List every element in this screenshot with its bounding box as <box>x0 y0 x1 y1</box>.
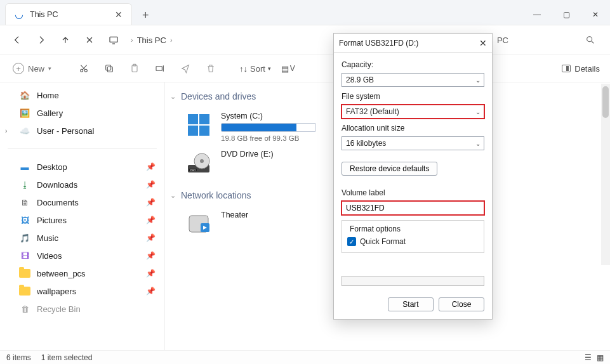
window-controls: — ▢ ✕ <box>522 4 610 25</box>
forward-button[interactable] <box>30 29 52 51</box>
desktop-icon: ▬ <box>19 161 30 172</box>
allocation-select[interactable]: 16 kilobytes ⌄ <box>341 136 484 150</box>
volume-label-input[interactable] <box>341 201 484 215</box>
sidebar-item-home[interactable]: 🏠 Home <box>0 86 164 104</box>
sidebar-label: Pictures <box>37 216 67 225</box>
grid-icon: ▤ <box>281 64 289 74</box>
details-icon <box>562 65 571 72</box>
allocation-value: 16 kilobytes <box>346 139 386 148</box>
onedrive-icon: ☁️ <box>19 125 30 136</box>
view-list-icon[interactable]: ☰ <box>585 353 592 362</box>
filesystem-select[interactable]: FAT32 (Default) ⌄ <box>341 105 484 119</box>
sidebar-item-music[interactable]: 🎵 Music 📌 <box>0 229 164 247</box>
quick-format-label: Quick Format <box>360 237 406 246</box>
close-button[interactable]: Close <box>439 297 484 311</box>
sidebar-item-between[interactable]: between_pcs 📌 <box>0 264 164 282</box>
sidebar-item-downloads[interactable]: ⭳ Downloads 📌 <box>0 176 164 193</box>
cancel-nav-button[interactable] <box>79 29 100 51</box>
search-icon[interactable] <box>581 30 600 49</box>
spinner-icon: ◡ <box>15 8 23 20</box>
group-label: Devices and drives <box>181 91 256 101</box>
restore-defaults-button[interactable]: Restore device defaults <box>341 162 437 176</box>
sidebar-label: Desktop <box>37 162 67 172</box>
format-dialog: Format USB321FD (D:) ✕ Capacity: 28.9 GB… <box>333 33 493 320</box>
format-options-group: Format options ✓ Quick Format <box>341 220 484 253</box>
svg-rect-4 <box>107 67 112 72</box>
chevron-down-icon: ⌄ <box>170 93 176 101</box>
details-label: Details <box>574 64 600 74</box>
group-label: Network locations <box>181 190 251 200</box>
close-window-button[interactable]: ✕ <box>581 4 610 25</box>
sidebar-item-recycle[interactable]: 🗑 Recycle Bin <box>0 300 164 318</box>
pin-icon: 📌 <box>146 162 156 171</box>
sidebar: 🏠 Home 🖼️ Gallery › ☁️ User - Personal ▬… <box>0 82 165 350</box>
maximize-button[interactable]: ▢ <box>552 4 581 25</box>
format-options-legend: Format options <box>347 224 403 233</box>
network-label: Theater <box>221 211 248 219</box>
sidebar-label: Recycle Bin <box>37 304 81 314</box>
back-button[interactable] <box>6 29 28 51</box>
quick-format-checkbox[interactable]: ✓ Quick Format <box>347 237 479 246</box>
disk-icon <box>185 112 212 138</box>
sidebar-label: Music <box>37 233 58 243</box>
delete-button[interactable] <box>200 58 222 79</box>
media-device-icon <box>185 211 212 237</box>
music-icon: 🎵 <box>19 232 30 244</box>
sidebar-item-user[interactable]: › ☁️ User - Personal <box>0 122 164 140</box>
drive-label: DVD Drive (E:) <box>221 150 274 159</box>
sidebar-item-documents[interactable]: 🗎 Documents 📌 <box>0 193 164 211</box>
sidebar-item-desktop[interactable]: ▬ Desktop 📌 <box>0 158 164 176</box>
pin-icon: 📌 <box>146 269 156 278</box>
sidebar-label: Downloads <box>37 180 77 190</box>
chevron-right-icon: › <box>131 36 133 44</box>
paste-button[interactable] <box>124 58 145 79</box>
chevron-right-icon[interactable]: › <box>5 127 7 134</box>
pin-icon: 📌 <box>146 287 156 296</box>
sidebar-label: User - Personal <box>37 126 94 136</box>
checkbox-icon: ✓ <box>347 237 356 246</box>
share-button[interactable] <box>175 58 196 79</box>
toolbar: + New ▾ ↑↓ Sort ▾ ▤ V Details <box>0 55 610 82</box>
dialog-titlebar[interactable]: Format USB321FD (D:) ✕ <box>334 34 492 53</box>
view-button[interactable]: ▤ V <box>279 58 298 79</box>
cut-button[interactable] <box>73 58 95 79</box>
close-icon[interactable]: ✕ <box>479 38 487 48</box>
content-scrollbar[interactable] <box>601 84 610 265</box>
monitor-icon[interactable] <box>103 29 124 51</box>
sidebar-item-wallpapers[interactable]: wallpapers 📌 <box>0 282 164 300</box>
details-pane-button[interactable]: Details <box>562 64 600 74</box>
new-tab-button[interactable]: + <box>137 6 154 25</box>
status-items: 6 items <box>6 353 31 362</box>
minimize-button[interactable]: — <box>522 4 552 25</box>
chevron-down-icon: ⌄ <box>475 108 481 115</box>
breadcrumb[interactable]: › This PC › <box>131 36 173 45</box>
chevron-down-icon: ▾ <box>268 65 271 72</box>
sidebar-item-pictures[interactable]: 🖼 Pictures 📌 <box>0 211 164 229</box>
svg-point-1 <box>587 37 592 42</box>
drive-label: System (C:) <box>221 112 316 120</box>
up-button[interactable] <box>55 29 76 51</box>
pin-icon: 📌 <box>146 233 156 242</box>
capacity-select[interactable]: 28.9 GB ⌄ <box>341 73 484 87</box>
copy-button[interactable] <box>98 58 120 79</box>
close-tab-icon[interactable]: ✕ <box>115 10 123 20</box>
breadcrumb-root[interactable]: This PC <box>137 36 166 45</box>
titlebar: ◡ This PC ✕ + — ▢ ✕ <box>0 0 610 25</box>
pin-icon: 📌 <box>146 251 156 260</box>
pictures-icon: 🖼 <box>19 214 30 226</box>
view-grid-icon[interactable]: ▦ <box>597 353 604 362</box>
start-button[interactable]: Start <box>388 297 434 311</box>
gallery-icon: 🖼️ <box>19 107 30 119</box>
capacity-label: Capacity: <box>341 60 484 69</box>
tab-this-pc[interactable]: ◡ This PC ✕ <box>5 3 132 25</box>
sort-button[interactable]: ↑↓ Sort ▾ <box>235 58 275 79</box>
status-bar: 6 items 1 item selected ☰ ▦ <box>0 350 610 364</box>
chevron-down-icon: ⌄ <box>475 140 481 147</box>
pin-icon: 📌 <box>146 216 156 224</box>
sidebar-item-gallery[interactable]: 🖼️ Gallery <box>0 104 164 122</box>
sidebar-label: Documents <box>37 198 79 207</box>
rename-button[interactable] <box>149 58 171 79</box>
new-button[interactable]: + New ▾ <box>8 60 56 77</box>
sidebar-item-videos[interactable]: 🎞 Videos 📌 <box>0 247 164 264</box>
sidebar-label: wallpapers <box>37 287 76 296</box>
